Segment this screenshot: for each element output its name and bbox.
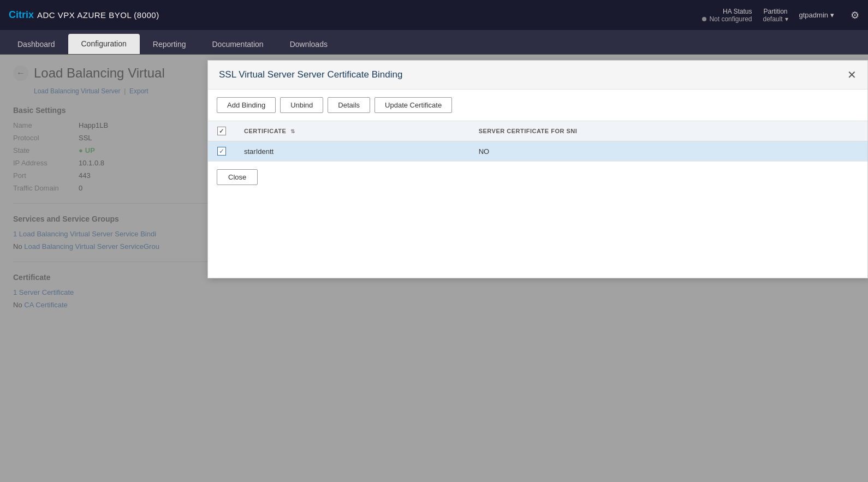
partition-text: default [763, 15, 782, 23]
tab-configuration[interactable]: Configuration [68, 34, 140, 54]
partition-value: default ▾ [763, 15, 788, 23]
modal-header: SSL Virtual Server Server Certificate Bi… [208, 61, 867, 90]
ha-status-value: Not configured [702, 15, 752, 23]
table-header-certificate[interactable]: CERTIFICATE ⇅ [235, 121, 470, 141]
add-binding-button[interactable]: Add Binding [217, 97, 276, 113]
nav-tabs-bar: Dashboard Configuration Reporting Docume… [0, 30, 868, 55]
row-checkbox[interactable]: ✓ [217, 147, 226, 156]
username-text: gtpadmin [799, 11, 828, 19]
tab-reporting[interactable]: Reporting [140, 34, 199, 54]
tab-dashboard[interactable]: Dashboard [4, 34, 68, 54]
close-button[interactable]: Close [217, 169, 258, 185]
ha-status-section: HA Status Not configured [702, 8, 752, 23]
header-checkbox[interactable]: ✓ [217, 127, 226, 135]
table-row[interactable]: ✓ starIdentt NO [208, 141, 867, 162]
sort-certificate-icon: ⇅ [290, 128, 295, 134]
ha-status-label: HA Status [723, 8, 752, 15]
tab-documentation[interactable]: Documentation [199, 34, 276, 54]
table-header-sni: SERVER CERTIFICATE FOR SNI [470, 121, 867, 141]
partition-chevron-icon: ▾ [785, 15, 788, 23]
table-header-row: ✓ CERTIFICATE ⇅ SERVER CERTIFICATE FOR S… [208, 121, 867, 141]
app-title: ADC VPX AZURE BYOL (8000) [37, 10, 159, 20]
row-certificate-value: starIdentt [235, 141, 470, 162]
ssl-certificate-binding-modal: SSL Virtual Server Server Certificate Bi… [207, 60, 868, 278]
ha-status-dot [702, 17, 706, 21]
row-checkbox-cell[interactable]: ✓ [208, 141, 235, 162]
modal-footer: Close [208, 162, 867, 193]
app-header: Citrix ADC VPX AZURE BYOL (8000) HA Stat… [0, 0, 868, 30]
modal-title: SSL Virtual Server Server Certificate Bi… [219, 69, 402, 80]
settings-gear-icon[interactable]: ⚙ [851, 9, 859, 21]
modal-close-button[interactable]: ✕ [847, 69, 857, 80]
row-sni-value: NO [470, 141, 867, 162]
header-right-section: HA Status Not configured Partition defau… [702, 8, 859, 23]
details-button[interactable]: Details [328, 97, 370, 113]
partition-label: Partition [763, 8, 787, 15]
unbind-button[interactable]: Unbind [280, 97, 323, 113]
user-chevron-icon: ▾ [830, 11, 834, 19]
modal-toolbar: Add Binding Unbind Details Update Certif… [208, 90, 867, 121]
ha-status-text: Not configured [709, 15, 752, 23]
table-header-checkbox: ✓ [208, 121, 235, 141]
update-certificate-button[interactable]: Update Certificate [374, 97, 452, 113]
partition-section[interactable]: Partition default ▾ [763, 8, 788, 23]
user-menu[interactable]: gtpadmin ▾ [799, 11, 834, 19]
citrix-label: Citrix [9, 9, 34, 21]
tab-downloads[interactable]: Downloads [277, 34, 341, 54]
page-background: ← Load Balancing Virtual Load Balancing … [0, 55, 868, 482]
brand-logo: Citrix ADC VPX AZURE BYOL (8000) [9, 9, 159, 21]
certificate-binding-table: ✓ CERTIFICATE ⇅ SERVER CERTIFICATE FOR S… [208, 121, 867, 162]
